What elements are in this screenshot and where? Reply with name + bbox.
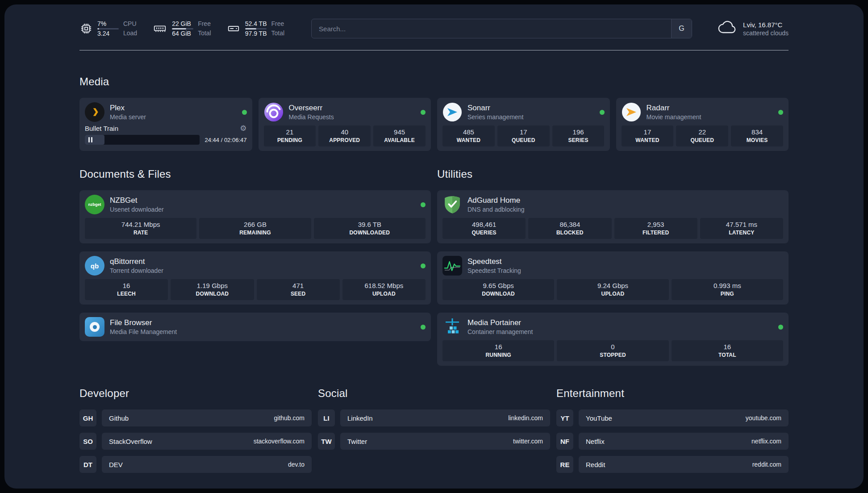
section-title-social: Social [318, 387, 550, 400]
app-card-filebrowser[interactable]: File Browser Media File Management [79, 313, 431, 341]
app-card-sonarr[interactable]: Sonarr Series management 485 WANTED 17 Q… [437, 98, 610, 151]
pause-icon[interactable] [88, 137, 92, 142]
bookmark-badge: NF [556, 433, 573, 450]
playback-progress-fill [85, 135, 104, 145]
stat-running: 16 RUNNING [442, 340, 554, 361]
bookmark-link-linkedin[interactable]: LinkedIn linkedin.com [340, 409, 550, 426]
top-bar: 7% 3.24 CPU Load 22 [79, 17, 789, 40]
header-divider [79, 50, 789, 50]
section-title-entertainment: Entertainment [556, 387, 789, 400]
bookmark-link-twitter[interactable]: Twitter twitter.com [340, 433, 550, 450]
memory-widget: 22 GiB 64 GiB Free Total [152, 21, 211, 37]
stat-rate: 744.21 Mbps RATE [85, 218, 196, 239]
search-input[interactable] [312, 19, 671, 38]
bookmark-badge: RE [556, 456, 573, 473]
speedtest-icon [442, 256, 462, 276]
app-subtitle: Media Requests [289, 113, 334, 121]
app-card-nzbget[interactable]: nzbget NZBGet Usenet downloader 744.21 M… [79, 190, 431, 243]
app-subtitle: Container management [467, 328, 533, 336]
bookmark-link-youtube[interactable]: YouTube youtube.com [579, 409, 789, 426]
cpu-load-widget: 7% 3.24 CPU Load [79, 21, 137, 37]
portainer-icon [442, 317, 462, 337]
stat-wanted: 17 WANTED [622, 125, 674, 146]
nzbget-icon: nzbget [85, 195, 104, 214]
bookmark-badge: YT [556, 409, 573, 426]
stat-available: 945 AVAILABLE [373, 125, 426, 146]
stat-download: 9.65 Gbps DOWNLOAD [442, 279, 554, 300]
app-name: qBittorrent [110, 257, 163, 266]
stat-seed: 471 SEED [257, 279, 340, 300]
bookmark-link-reddit[interactable]: Reddit reddit.com [579, 456, 789, 473]
stat-total: 16 TOTAL [672, 340, 783, 361]
app-card-overseerr[interactable]: Overseerr Media Requests 21 PENDING 40 A… [259, 98, 431, 151]
sonarr-icon [442, 102, 462, 122]
stat-series: 196 SERIES [552, 125, 605, 146]
search-engine-button[interactable]: G [671, 19, 692, 38]
status-indicator [600, 110, 605, 115]
adguard-icon [442, 195, 462, 214]
bookmark-badge: LI [318, 409, 335, 426]
social-column: Social LI LinkedIn linkedin.com TW Twitt… [318, 387, 550, 479]
storage-usage-bar [245, 28, 267, 29]
qbittorrent-icon: qb [85, 256, 104, 276]
app-name: Media Portainer [467, 318, 533, 327]
app-subtitle: Series management [467, 113, 523, 121]
stat-queries: 498,461 QUERIES [442, 218, 526, 239]
stat-wanted: 485 WANTED [442, 125, 495, 146]
cloud-icon [717, 20, 738, 37]
bookmark-link-netflix[interactable]: Netflix netflix.com [579, 433, 789, 450]
stat-stopped: 0 STOPPED [557, 340, 668, 361]
status-indicator [242, 110, 247, 115]
app-name: Speedtest [467, 257, 521, 266]
stat-queued: 17 QUEUED [497, 125, 550, 146]
bookmark-link-github[interactable]: Github github.com [102, 409, 312, 426]
overseerr-icon [264, 102, 284, 122]
playback-progress-bar[interactable] [85, 135, 200, 145]
bookmark-link-dev[interactable]: DEV dev.to [102, 456, 312, 473]
stat-latency: 47.571 ms LATENCY [700, 218, 783, 239]
cpu-load-value: 3.24 [97, 30, 109, 37]
radarr-icon [622, 102, 641, 122]
memory-total-value: 64 GiB [172, 30, 191, 37]
app-card-radarr[interactable]: Radarr Movie management 17 WANTED 22 QUE… [616, 98, 789, 151]
storage-free-value: 52.4 TB [245, 21, 267, 27]
status-indicator [421, 325, 426, 330]
filebrowser-icon [85, 317, 104, 337]
entertainment-column: Entertainment YT YouTube youtube.com NF … [556, 387, 789, 479]
app-name: Overseerr [289, 104, 334, 113]
status-indicator [421, 110, 426, 115]
bookmark-link-stackoverflow[interactable]: StackOverflow stackoverflow.com [102, 433, 312, 450]
dashboard-panel: 7% 3.24 CPU Load 22 [4, 4, 864, 489]
memory-free-label: Free [198, 21, 211, 27]
app-card-adguard[interactable]: AdGuard Home DNS and adblocking 498,461 … [437, 190, 789, 243]
app-subtitle: Torrent downloader [110, 267, 163, 275]
app-subtitle: Media File Management [110, 328, 177, 336]
bookmark-reddit: RE Reddit reddit.com [556, 456, 789, 473]
bookmark-linkedin: LI LinkedIn linkedin.com [318, 409, 550, 426]
memory-free-value: 22 GiB [172, 21, 191, 27]
app-card-qbittorrent[interactable]: qb qBittorrent Torrent downloader 16 LEE… [79, 251, 431, 305]
app-card-speedtest[interactable]: Speedtest Speedtest Tracking 9.65 Gbps D… [437, 251, 789, 305]
cpu-icon [79, 22, 93, 35]
app-card-portainer[interactable]: Media Portainer Container management 16 … [437, 313, 789, 366]
app-subtitle: Movie management [647, 113, 701, 121]
utilities-column: Utilities AdGuard Home DNS and adblockin… [437, 151, 789, 366]
memory-total-label: Total [198, 30, 211, 37]
status-indicator [421, 202, 426, 207]
documents-files-column: Documents & Files nzbget NZBGet Usenet d… [79, 151, 431, 341]
bookmark-badge: TW [318, 433, 335, 450]
stat-upload: 9.24 Gbps UPLOAD [557, 279, 668, 300]
section-title-documents-files: Documents & Files [79, 168, 431, 180]
app-name: AdGuard Home [467, 196, 525, 205]
app-card-plex[interactable]: Plex Media server Bullet Train 24:44 [79, 98, 252, 151]
bookmark-stackoverflow: SO StackOverflow stackoverflow.com [79, 433, 312, 450]
search-bar: G [311, 19, 692, 38]
bookmark-netflix: NF Netflix netflix.com [556, 433, 789, 450]
memory-usage-bar [172, 28, 193, 29]
memory-icon [152, 22, 167, 35]
settings-gear-icon[interactable] [240, 125, 246, 132]
status-indicator [778, 325, 783, 330]
app-subtitle: Media server [110, 113, 146, 121]
hard-drive-icon [226, 22, 241, 35]
app-name: File Browser [110, 318, 177, 327]
